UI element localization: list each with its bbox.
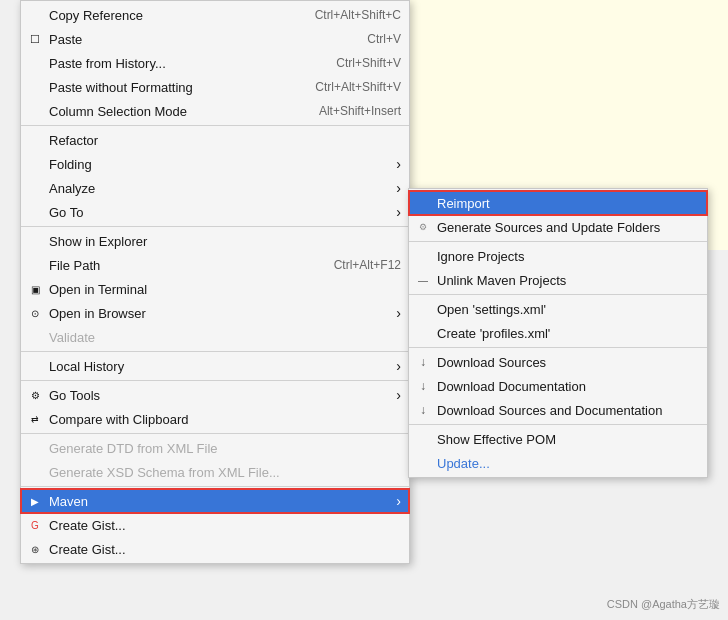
open-browser-label: Open in Browser <box>49 306 146 321</box>
menu-item-compare-clipboard[interactable]: ⇄ Compare with Clipboard <box>21 407 409 431</box>
browser-icon: ⊙ <box>27 305 43 321</box>
paste-label: Paste <box>49 32 82 47</box>
submenu-item-show-effective[interactable]: Show Effective POM <box>409 427 707 451</box>
paste-icon: ☐ <box>27 31 43 47</box>
compare-icon: ⇄ <box>27 411 43 427</box>
submenu-item-gen-sources[interactable]: ⚙ Generate Sources and Update Folders <box>409 215 707 239</box>
submenu-item-ignore[interactable]: Ignore Projects <box>409 244 707 268</box>
create-gist1-label: Create Gist... <box>49 518 126 533</box>
menu-item-show-explorer[interactable]: Show in Explorer <box>21 229 409 253</box>
gist2-icon: ⊛ <box>27 541 43 557</box>
unlink-icon: — <box>415 272 431 288</box>
open-settings-label: Open 'settings.xml' <box>437 302 546 317</box>
menu-item-maven[interactable]: ▶ Maven <box>21 489 409 513</box>
validate-label: Validate <box>49 330 95 345</box>
menu-item-create-gist2[interactable]: ⊛ Create Gist... <box>21 537 409 561</box>
gen-sources-icon: ⚙ <box>415 219 431 235</box>
column-mode-shortcut: Alt+Shift+Insert <box>289 104 401 118</box>
goto-label: Go To <box>49 205 83 220</box>
paste-shortcut: Ctrl+V <box>337 32 401 46</box>
context-menu: Copy Reference Ctrl+Alt+Shift+C ☐ Paste … <box>20 0 410 564</box>
unlink-label: Unlink Maven Projects <box>437 273 566 288</box>
menu-item-column-mode[interactable]: Column Selection Mode Alt+Shift+Insert <box>21 99 409 123</box>
watermark: CSDN @Agatha方艺璇 <box>607 597 720 612</box>
maven-submenu: Reimport ⚙ Generate Sources and Update F… <box>408 188 708 478</box>
refactor-label: Refactor <box>49 133 98 148</box>
gen-xsd-label: Generate XSD Schema from XML File... <box>49 465 280 480</box>
submenu-separator-3 <box>409 347 707 348</box>
menu-item-local-history[interactable]: Local History <box>21 354 409 378</box>
submenu-item-create-profiles[interactable]: Create 'profiles.xml' <box>409 321 707 345</box>
go-tools-label: Go Tools <box>49 388 100 403</box>
menu-item-goto[interactable]: Go To <box>21 200 409 224</box>
menu-item-validate: Validate <box>21 325 409 349</box>
submenu-item-download-sources-docs[interactable]: Download Sources and Documentation <box>409 398 707 422</box>
paste-history-label: Paste from History... <box>49 56 166 71</box>
menu-item-gen-xsd: Generate XSD Schema from XML File... <box>21 460 409 484</box>
create-gist2-label: Create Gist... <box>49 542 126 557</box>
submenu-item-download-docs[interactable]: Download Documentation <box>409 374 707 398</box>
separator-3 <box>21 351 409 352</box>
file-path-label: File Path <box>49 258 100 273</box>
local-history-label: Local History <box>49 359 124 374</box>
separator-1 <box>21 125 409 126</box>
gen-dtd-label: Generate DTD from XML File <box>49 441 218 456</box>
reimport-label: Reimport <box>437 196 490 211</box>
download-sources-label: Download Sources <box>437 355 546 370</box>
terminal-icon: ▣ <box>27 281 43 297</box>
gist1-icon: G <box>27 517 43 533</box>
menu-item-open-browser[interactable]: ⊙ Open in Browser <box>21 301 409 325</box>
menu-item-open-terminal[interactable]: ▣ Open in Terminal <box>21 277 409 301</box>
folding-label: Folding <box>49 157 92 172</box>
submenu-item-open-settings[interactable]: Open 'settings.xml' <box>409 297 707 321</box>
separator-6 <box>21 486 409 487</box>
submenu-item-reimport[interactable]: Reimport <box>409 191 707 215</box>
show-effective-label: Show Effective POM <box>437 432 556 447</box>
copy-reference-label: Copy Reference <box>49 8 143 23</box>
analyze-label: Analyze <box>49 181 95 196</box>
download-sources-icon <box>415 354 431 370</box>
menu-item-file-path[interactable]: File Path Ctrl+Alt+F12 <box>21 253 409 277</box>
submenu-item-unlink[interactable]: — Unlink Maven Projects <box>409 268 707 292</box>
menu-item-paste-history[interactable]: Paste from History... Ctrl+Shift+V <box>21 51 409 75</box>
menu-item-gen-dtd: Generate DTD from XML File <box>21 436 409 460</box>
download-sources-docs-icon <box>415 402 431 418</box>
menu-item-copy-reference[interactable]: Copy Reference Ctrl+Alt+Shift+C <box>21 3 409 27</box>
submenu-separator-1 <box>409 241 707 242</box>
compare-clipboard-label: Compare with Clipboard <box>49 412 188 427</box>
menu-item-create-gist1[interactable]: G Create Gist... <box>21 513 409 537</box>
maven-icon: ▶ <box>27 493 43 509</box>
submenu-item-update[interactable]: Update... <box>409 451 707 475</box>
download-docs-icon <box>415 378 431 394</box>
menu-item-analyze[interactable]: Analyze <box>21 176 409 200</box>
file-path-shortcut: Ctrl+Alt+F12 <box>304 258 401 272</box>
paste-no-format-shortcut: Ctrl+Alt+Shift+V <box>285 80 401 94</box>
show-explorer-label: Show in Explorer <box>49 234 147 249</box>
separator-5 <box>21 433 409 434</box>
paste-no-format-label: Paste without Formatting <box>49 80 193 95</box>
menu-item-folding[interactable]: Folding <box>21 152 409 176</box>
menu-item-paste-no-format[interactable]: Paste without Formatting Ctrl+Alt+Shift+… <box>21 75 409 99</box>
download-sources-docs-label: Download Sources and Documentation <box>437 403 662 418</box>
column-mode-label: Column Selection Mode <box>49 104 187 119</box>
menu-item-refactor[interactable]: Refactor <box>21 128 409 152</box>
open-terminal-label: Open in Terminal <box>49 282 147 297</box>
submenu-separator-2 <box>409 294 707 295</box>
menu-item-go-tools[interactable]: ⚙ Go Tools <box>21 383 409 407</box>
ignore-label: Ignore Projects <box>437 249 524 264</box>
gen-sources-label: Generate Sources and Update Folders <box>437 220 660 235</box>
paste-history-shortcut: Ctrl+Shift+V <box>306 56 401 70</box>
separator-4 <box>21 380 409 381</box>
update-label: Update... <box>437 456 490 471</box>
separator-2 <box>21 226 409 227</box>
submenu-item-download-sources[interactable]: Download Sources <box>409 350 707 374</box>
maven-label: Maven <box>49 494 88 509</box>
submenu-separator-4 <box>409 424 707 425</box>
tools-icon: ⚙ <box>27 387 43 403</box>
menu-item-paste[interactable]: ☐ Paste Ctrl+V <box>21 27 409 51</box>
create-profiles-label: Create 'profiles.xml' <box>437 326 550 341</box>
copy-reference-shortcut: Ctrl+Alt+Shift+C <box>285 8 401 22</box>
download-docs-label: Download Documentation <box>437 379 586 394</box>
